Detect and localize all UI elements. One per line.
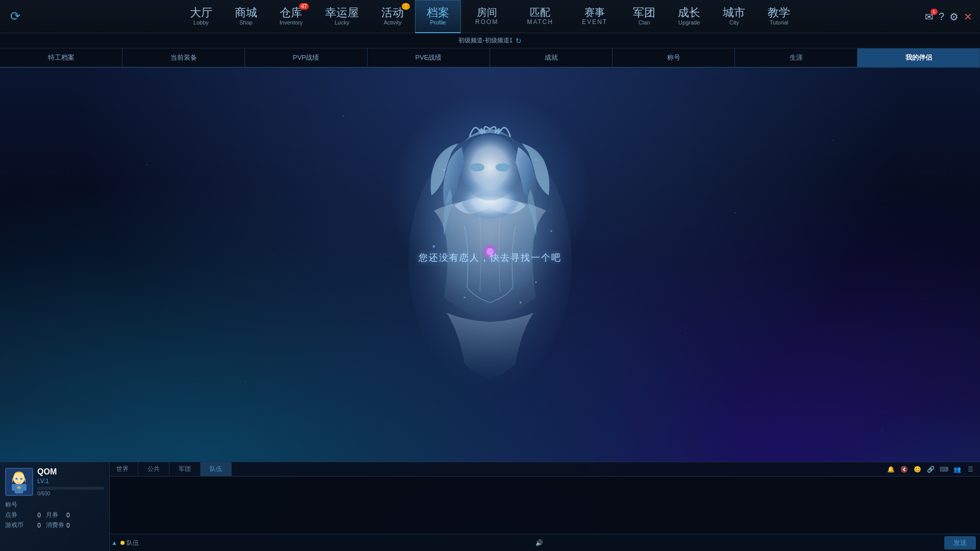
profile-label: Profile	[430, 19, 446, 26]
activity-label: Activity	[384, 19, 402, 26]
lucky-label: Lucky	[335, 19, 350, 26]
nav-item-match[interactable]: 匹配 MATCH	[512, 0, 568, 33]
chat-messages-area	[107, 477, 980, 534]
svg-point-3	[470, 163, 484, 171]
event-label: EVENT	[582, 18, 607, 26]
tab-title[interactable]: 称号	[612, 48, 735, 67]
close-button[interactable]: ✕	[964, 11, 972, 23]
player-panel: QOM LV.1 0/600 称号 点券 0 月券 0 游戏币 0 消费券 0	[0, 462, 110, 551]
lucky-icon: 幸运屋	[325, 7, 359, 18]
player-header: QOM LV.1 0/600	[5, 467, 104, 496]
tab-achievement[interactable]: 成就	[490, 48, 612, 67]
svg-point-8	[535, 159, 537, 161]
chat-tab-clan[interactable]: 军团	[169, 462, 201, 476]
city-label: City	[729, 19, 739, 26]
mail-button[interactable]: ✉ 1	[925, 11, 934, 23]
chat-scroll-icon[interactable]: ▲	[111, 539, 117, 546]
inventory-badge: 47	[299, 3, 309, 10]
tab-partner[interactable]: 我的伴侣	[857, 48, 980, 67]
inventory-icon: 仓库	[280, 7, 302, 18]
chat-settings-btn[interactable]: ☰	[965, 464, 976, 475]
stat-monthly-label: 月券	[46, 511, 66, 519]
nav-item-tutorial[interactable]: 教学 Tutorial	[756, 0, 801, 33]
chat-content: 世界 公共 军团 队伍 🔔 🔇 😊 🔗 ⌨ 👥 ☰ ▲ 队伍 �	[107, 462, 980, 551]
tutorial-label: Tutorial	[770, 19, 788, 26]
stat-points-value: 0	[26, 512, 41, 519]
svg-point-4	[496, 163, 510, 171]
svg-rect-20	[12, 484, 15, 491]
svg-point-9	[433, 245, 435, 248]
stat-row-title: 称号	[5, 500, 104, 509]
nav-item-clan[interactable]: 军团 Clan	[622, 0, 667, 33]
chat-emoji-btn[interactable]: 😊	[912, 464, 923, 475]
inventory-label: Inventory	[280, 19, 303, 26]
stat-gamecoin-value: 0	[26, 522, 41, 529]
help-button[interactable]: ?	[939, 11, 944, 22]
stat-consume-value: 0	[66, 522, 70, 529]
chat-panel: 世界 公共 军团 队伍 🔔 🔇 😊 🔗 ⌨ 👥 ☰ ▲ 队伍 �	[107, 462, 980, 551]
tab-pve[interactable]: PVE战绩	[368, 48, 490, 67]
player-exp-text: 0/600	[37, 491, 104, 496]
nav-item-profile[interactable]: 档案 Profile	[415, 0, 461, 33]
nav-item-lucky[interactable]: 幸运屋 Lucky	[314, 0, 370, 33]
shop-icon: 商城	[235, 7, 257, 18]
nav-item-inventory[interactable]: 47 仓库 Inventory	[268, 0, 314, 33]
nav-item-lobby[interactable]: 大厅 Lobby	[179, 0, 224, 33]
chat-users-btn[interactable]: 👥	[951, 464, 963, 475]
settings-button[interactable]: ⚙	[949, 11, 959, 23]
chat-icon-buttons: 🔔 🔇 😊 🔗 ⌨ 👥 ☰	[881, 462, 980, 476]
top-right-icons: ✉ 1 ? ⚙ ✕	[925, 0, 972, 33]
chat-keyboard-btn[interactable]: ⌨	[938, 464, 949, 475]
nav-item-city[interactable]: 城市 City	[712, 0, 756, 33]
svg-point-14	[535, 282, 537, 283]
anime-character	[362, 68, 618, 399]
tab-agent[interactable]: 特工档案	[0, 48, 122, 67]
nav-item-upgrade[interactable]: 成长 Upgrade	[667, 0, 712, 33]
stat-row-points: 点券 0 月券 0	[5, 511, 104, 519]
tab-pvp[interactable]: PVP战绩	[245, 48, 368, 67]
svg-rect-22	[16, 493, 19, 495]
player-info: QOM LV.1 0/600	[37, 467, 104, 496]
player-level: LV.1	[37, 478, 104, 485]
clan-label: Clan	[639, 19, 650, 26]
chat-send-button[interactable]: 发送	[944, 536, 976, 549]
nav-items: 大厅 Lobby 商城 Shop 47 仓库 Inventory 幸运屋 Luc…	[179, 0, 801, 33]
chat-channel-label: 队伍	[127, 539, 139, 547]
svg-rect-21	[22, 484, 26, 491]
nav-item-room[interactable]: 房间 ROOM	[461, 0, 512, 33]
upgrade-icon: 成长	[678, 7, 700, 18]
chat-notify-btn[interactable]: 🔔	[885, 464, 896, 475]
match-icon: 匹配	[530, 7, 550, 17]
profile-icon: 档案	[427, 7, 449, 18]
nav-item-activity[interactable]: ! 活动 Activity	[370, 0, 415, 33]
stat-points-label: 点券	[5, 511, 26, 519]
svg-point-2	[460, 134, 520, 201]
tab-equipment[interactable]: 当前装备	[122, 48, 245, 67]
chat-tab-world[interactable]: 世界	[107, 462, 138, 476]
no-lover-text: 您还没有恋人，快去寻找一个吧	[419, 252, 561, 264]
chat-link-btn[interactable]: 🔗	[925, 464, 936, 475]
player-exp-bar	[37, 487, 104, 490]
match-label: MATCH	[527, 18, 553, 26]
tab-career[interactable]: 生涯	[735, 48, 857, 67]
chat-tab-public[interactable]: 公共	[138, 462, 169, 476]
nav-item-event[interactable]: 赛事 EVENT	[568, 0, 622, 33]
player-stats: 称号 点券 0 月券 0 游戏币 0 消费券 0	[5, 500, 104, 530]
channel-refresh-button[interactable]: ↻	[516, 37, 522, 45]
activity-icon: 活动	[381, 7, 404, 18]
svg-point-17	[15, 478, 18, 480]
city-icon: 城市	[723, 7, 745, 18]
stat-gamecoin-label: 游戏币	[5, 521, 26, 530]
svg-rect-19	[15, 484, 23, 494]
svg-point-7	[443, 169, 445, 171]
chat-status-dot	[120, 541, 125, 545]
upgrade-label: Upgrade	[678, 19, 700, 26]
channel-bar: 初级频道-初级频道1 ↻	[0, 33, 980, 48]
chat-mute-btn[interactable]: 🔇	[898, 464, 910, 475]
nav-item-shop[interactable]: 商城 Shop	[224, 0, 268, 33]
chat-expand-icon[interactable]: 🔊	[535, 539, 543, 546]
back-button[interactable]: ⟳	[10, 9, 20, 23]
chat-tab-team[interactable]: 队伍	[201, 462, 232, 476]
player-avatar[interactable]	[5, 468, 33, 496]
lobby-icon: 大厅	[190, 7, 212, 18]
